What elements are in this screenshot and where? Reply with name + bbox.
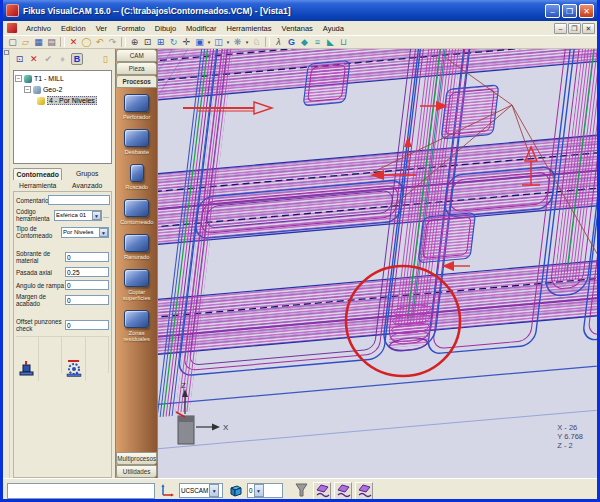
tab-avanzado[interactable]: Avanzado <box>62 180 112 191</box>
pasada-axial-field[interactable] <box>65 267 109 277</box>
tree-item-geo-2[interactable]: − Geo-2 <box>15 84 110 95</box>
command-input[interactable] <box>7 483 155 499</box>
plane-tool-icon[interactable]: G <box>285 36 298 48</box>
ucs-axis-icon[interactable] <box>158 482 176 500</box>
material-icon[interactable]: ♘ <box>250 36 263 48</box>
process-desbaste[interactable]: Desbaste <box>116 129 157 155</box>
process-roscado[interactable]: Roscado <box>116 164 157 190</box>
surface-display-button-3[interactable] <box>355 482 373 500</box>
zoom-in-icon[interactable]: ⊕ <box>128 36 141 48</box>
render-icon[interactable]: ❋ <box>231 36 244 48</box>
rotate-view-icon[interactable]: ↻ <box>167 36 180 48</box>
optimize-icon[interactable]: ♦ <box>57 54 68 64</box>
corner-tool-icon[interactable]: ◣ <box>324 36 337 48</box>
tree-item-por-niveles[interactable]: 4 - Por Niveles <box>15 95 110 106</box>
menu-dibujo[interactable]: Dibujo <box>150 22 181 35</box>
field-label: Offset punzones check <box>16 318 65 332</box>
process-perforador[interactable]: Perforador <box>116 94 157 120</box>
zoom-window-icon[interactable]: ⊡ <box>141 36 154 48</box>
collapse-icon[interactable]: − <box>15 75 22 82</box>
tab-herramienta[interactable]: Herramienta <box>13 180 63 191</box>
chevron-down-icon[interactable]: ▼ <box>99 228 108 237</box>
machining-params-button[interactable] <box>62 355 85 381</box>
mill-icon <box>24 75 32 83</box>
process-copiar-superficies[interactable]: Copiar superficies <box>116 269 157 301</box>
close-button[interactable]: ✕ <box>579 4 594 18</box>
menu-archivo[interactable]: Archivo <box>21 22 56 35</box>
level-select[interactable]: 0 ▼ <box>247 483 283 498</box>
tool-setup-button[interactable] <box>16 355 39 381</box>
process-ranurado[interactable]: Ranurado <box>116 234 157 260</box>
simulate-icon[interactable]: ⊡ <box>14 54 25 64</box>
menu-ventanas[interactable]: Ventanas <box>277 22 318 35</box>
tab-utilidades[interactable]: Utilidades <box>116 465 157 478</box>
postprocess-icon[interactable]: ▯ <box>100 54 111 64</box>
cad-canvas[interactable]: Z X <box>158 49 597 478</box>
menu-herramientas[interactable]: Herramientas <box>222 22 277 35</box>
open-icon[interactable]: ▱ <box>19 36 32 48</box>
codigo-herramienta-select[interactable]: Esférica 01 ▼ <box>54 210 102 221</box>
tab-contorneado[interactable]: Contorneado <box>13 168 63 180</box>
maximize-button[interactable]: ❒ <box>562 4 577 18</box>
pan-icon[interactable]: ✛ <box>180 36 193 48</box>
undo-icon[interactable]: ↶ <box>93 36 106 48</box>
coord-y: Y 6.768 <box>557 432 583 441</box>
calculate-icon[interactable]: B <box>71 53 83 65</box>
panel-grip[interactable] <box>3 49 10 478</box>
child-close-button[interactable]: ✕ <box>582 23 595 34</box>
redo-icon[interactable]: ↷ <box>106 36 119 48</box>
sobrante-material-field[interactable] <box>65 252 109 262</box>
curve-tool-icon[interactable]: λ <box>272 36 285 48</box>
print-icon[interactable]: ▤ <box>45 36 58 48</box>
menu-edicion[interactable]: Edición <box>56 22 91 35</box>
solid-tool-icon[interactable]: ◆ <box>298 36 311 48</box>
child-restore-button[interactable]: ❒ <box>568 23 581 34</box>
section-tool-icon[interactable]: ≡ <box>311 36 324 48</box>
menu-modificar[interactable]: Modificar <box>181 22 221 35</box>
new-icon[interactable]: ▢ <box>6 36 19 48</box>
surface-display-button-2[interactable] <box>334 482 352 500</box>
margen-acabado-field[interactable] <box>65 295 109 305</box>
chevron-down-icon[interactable]: ▼ <box>209 484 219 497</box>
minimize-button[interactable]: – <box>545 4 560 18</box>
tab-pieza[interactable]: Pieza <box>116 62 157 75</box>
delete-icon[interactable]: ✕ <box>67 36 80 48</box>
surface-display-button-1[interactable] <box>313 482 331 500</box>
zoom-fit-icon[interactable]: ⊞ <box>154 36 167 48</box>
view-standard-icon[interactable]: ▣ <box>193 36 206 48</box>
comentario-field[interactable] <box>48 195 110 205</box>
tree-item-t1-mill[interactable]: − T1 - MILL <box>15 73 110 84</box>
filter-icon[interactable] <box>292 482 310 500</box>
panel-collapse-icon[interactable] <box>4 50 9 55</box>
tab-multiprocesos[interactable]: Multiprocesos <box>116 452 157 465</box>
tab-grupos[interactable]: Grupos <box>62 168 112 180</box>
menu-formato[interactable]: Formato <box>112 22 150 35</box>
clamp-tool-icon[interactable]: ⊔ <box>337 36 350 48</box>
menu-ver[interactable]: Ver <box>91 22 112 35</box>
chevron-down-icon[interactable]: ▼ <box>92 211 101 220</box>
tool-holder-icon <box>18 359 36 377</box>
more-tools-button[interactable]: ... <box>103 212 109 219</box>
offset-punzones-field[interactable] <box>65 320 109 330</box>
ucs-select[interactable]: UCSCAM ▼ <box>179 483 223 498</box>
delete-operation-icon[interactable]: ✕ <box>28 54 39 64</box>
select-geometry-icon[interactable]: ◯ <box>80 36 93 48</box>
angulo-rampa-field[interactable] <box>65 280 109 290</box>
layer-cube-icon[interactable] <box>226 482 244 500</box>
graphics-viewport[interactable]: Z X X - 26 Y 6.768 Z - 2 <box>157 49 597 478</box>
process-contorneado[interactable]: Contorneado <box>116 199 157 225</box>
process-zonas-residuales[interactable]: Zonas residuales <box>116 310 157 342</box>
gear-icon <box>64 358 84 378</box>
tab-procesos[interactable]: Procesos <box>116 75 157 88</box>
child-minimize-button[interactable]: – <box>554 23 567 34</box>
tab-cam[interactable]: CAM <box>116 49 157 62</box>
menu-ayuda[interactable]: Ayuda <box>318 22 349 35</box>
chevron-down-icon[interactable]: ▼ <box>254 484 264 497</box>
save-icon[interactable]: ▦ <box>32 36 45 48</box>
collapse-icon[interactable]: − <box>24 86 31 93</box>
tipo-contorneado-select[interactable]: Por Niveles ▼ <box>61 227 109 238</box>
document-icon[interactable] <box>7 23 17 33</box>
view-iso-icon[interactable]: ◫ <box>212 36 225 48</box>
verify-icon[interactable]: ✔ <box>43 54 54 64</box>
titlebar: Fikus VisualCAM 16.0 -- (C:\trabajos\Con… <box>3 0 597 21</box>
